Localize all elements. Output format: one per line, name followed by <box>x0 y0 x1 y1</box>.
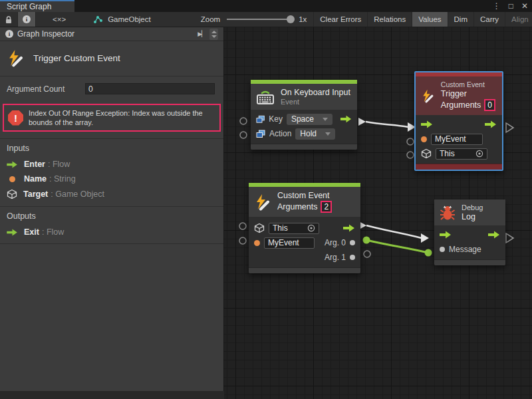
graph-canvas[interactable]: On Keyboard Input Event Key Space Action… <box>224 27 532 399</box>
zoom-slider[interactable] <box>227 19 293 20</box>
edit-graph-button[interactable]: <×> <box>47 12 72 27</box>
cube-icon[interactable] <box>254 223 265 233</box>
object-picker-icon[interactable] <box>307 224 315 232</box>
node-footer <box>251 144 357 150</box>
port-arg1-out[interactable] <box>364 251 370 257</box>
string-port-icon[interactable] <box>254 240 260 246</box>
node-subtitle: Event <box>281 98 350 106</box>
node-category: Debug <box>462 203 483 211</box>
flow-out-icon[interactable] <box>343 224 355 232</box>
unity-visual-scripting-window: Script Graph ⋮ □ ✕ i <×> GameObject Zoom… <box>0 0 532 399</box>
target-field[interactable]: This <box>436 148 487 160</box>
string-port-icon <box>9 176 15 182</box>
flow-row <box>434 228 505 241</box>
dropdown-caret-icon <box>325 132 331 136</box>
target-row: This <box>416 147 502 160</box>
windows-icon <box>256 115 265 124</box>
arg1-row: Arg. 1 <box>249 251 360 264</box>
node-debug-log[interactable]: Debug Log Message <box>434 200 505 265</box>
clear-errors-button[interactable]: Clear Errors <box>313 12 368 27</box>
flow-in-icon[interactable] <box>421 120 433 128</box>
node-body: Message <box>434 225 505 259</box>
port-keyboard-action[interactable] <box>240 132 247 138</box>
align-dropdown[interactable]: Align <box>505 12 532 27</box>
zoom-slider-handle[interactable] <box>287 15 295 23</box>
values-button[interactable]: Values <box>412 12 448 27</box>
port-trigger-exit[interactable] <box>506 123 513 132</box>
message-port-icon[interactable] <box>440 247 445 252</box>
port-trigger-name[interactable] <box>407 138 414 145</box>
argument-count-row: Argument Count <box>0 76 223 100</box>
flow-out-icon[interactable] <box>488 231 500 239</box>
node-category: Custom Event <box>441 80 495 88</box>
argument-count-badge: 0 <box>484 99 495 111</box>
carry-button[interactable]: Carry <box>474 12 505 27</box>
zoom-label: Zoom <box>201 15 220 23</box>
flow-out-icon[interactable] <box>340 115 352 123</box>
arg1-port-icon[interactable] <box>350 255 355 260</box>
node-title: On Keyboard Input <box>281 88 350 97</box>
node-on-keyboard-input[interactable]: On Keyboard Input Event Key Space Action… <box>251 80 357 150</box>
gameobject-button[interactable]: GameObject <box>86 12 157 27</box>
action-dropdown[interactable]: Hold <box>295 128 335 140</box>
custom-event-icon <box>254 194 271 211</box>
port-debug-exit[interactable] <box>506 233 513 243</box>
info-icon: i <box>5 30 13 38</box>
node-header: Custom Event Trigger Arguments 0 <box>416 76 502 115</box>
output-port-exit: Exit : Flow <box>0 225 223 239</box>
close-icon[interactable]: ✕ <box>521 1 528 11</box>
panel-spinner[interactable] <box>209 29 218 40</box>
port-arguments-name[interactable] <box>239 237 246 244</box>
dim-button[interactable]: Dim <box>448 12 474 27</box>
argument-count-input[interactable] <box>85 83 215 94</box>
windows-icon <box>256 130 265 138</box>
relations-button[interactable]: Relations <box>368 12 412 27</box>
message-row: Message <box>434 243 505 256</box>
target-field[interactable]: This <box>269 223 319 234</box>
window-menu-icon[interactable]: ⋮ <box>493 1 501 11</box>
inspector-toggle-button[interactable]: i <box>18 12 36 27</box>
lock-button[interactable] <box>0 12 18 27</box>
tab-script-graph[interactable]: Script Graph <box>0 0 74 12</box>
arg0-label: Arg. 0 <box>325 238 346 247</box>
divider <box>0 243 223 244</box>
spinner-down-icon <box>211 35 217 38</box>
graph-inspector-title: Graph Inspector <box>17 29 74 39</box>
info-icon: i <box>23 15 31 23</box>
input-port-target: Target : Game Object <box>0 186 223 202</box>
graph-inspector-panel: i Graph Inspector ▶▏ Trigger Custom Even… <box>0 27 224 391</box>
argument-count-label: Argument Count <box>7 84 80 94</box>
flow-out-icon[interactable] <box>485 120 497 128</box>
key-dropdown[interactable]: Space <box>287 114 332 125</box>
graph-toolbar: i <×> GameObject Zoom 1x Clear Errors Re… <box>0 12 532 27</box>
event-name-field[interactable]: MyEvent <box>264 237 315 249</box>
action-row: Action Hold <box>251 127 357 140</box>
node-custom-event-arguments[interactable]: Custom Event Arguments 2 This <box>249 183 360 273</box>
cube-icon[interactable] <box>421 148 432 159</box>
key-row: Key Space <box>251 112 357 126</box>
network-icon <box>92 15 103 24</box>
dock-panel-icon[interactable]: ▶▏ <box>198 31 205 37</box>
node-title-line1: Trigger <box>441 89 495 98</box>
maximize-icon[interactable]: □ <box>509 1 513 11</box>
string-port-icon[interactable] <box>421 136 427 142</box>
wire-keyboard-to-trigger[interactable] <box>358 118 416 132</box>
node-body: MyEvent This <box>416 115 502 164</box>
object-picker-icon[interactable] <box>475 150 483 158</box>
outputs-section-title: Outputs <box>0 207 223 225</box>
port-trigger-target[interactable] <box>407 152 414 158</box>
node-footer <box>249 267 360 273</box>
port-keyboard-key[interactable] <box>240 118 247 124</box>
node-title: Log <box>462 212 483 221</box>
unit-title: Trigger Custom Event <box>33 53 120 63</box>
event-name-field[interactable]: MyEvent <box>431 134 483 145</box>
port-arguments-target[interactable] <box>239 223 246 229</box>
arg0-port-icon[interactable] <box>350 240 355 245</box>
keyboard-icon <box>256 89 275 105</box>
node-trigger-custom-event[interactable]: Custom Event Trigger Arguments 0 MyEvent <box>414 71 503 171</box>
custom-event-icon <box>7 49 25 67</box>
flow-in-icon[interactable] <box>440 231 452 239</box>
node-header: Debug Log <box>434 200 505 225</box>
node-footer <box>416 164 502 170</box>
inputs-section-title: Inputs <box>0 139 223 157</box>
